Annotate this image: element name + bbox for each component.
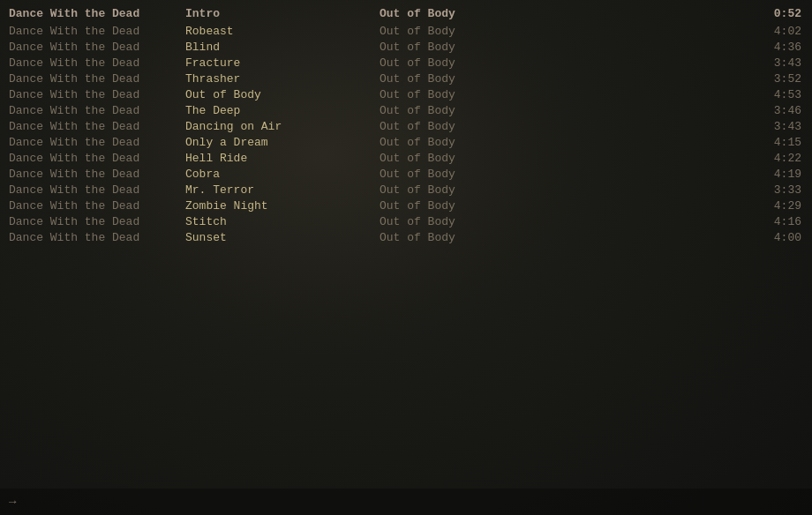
- track-duration: 4:02: [565, 25, 812, 38]
- track-duration: 4:36: [565, 41, 812, 54]
- table-row[interactable]: Dance With the DeadRobeastOut of Body4:0…: [0, 23, 812, 39]
- track-duration: 3:33: [565, 183, 812, 197]
- track-artist: Dance With the Dead: [0, 231, 177, 244]
- track-album: Out of Body: [371, 231, 565, 244]
- track-album: Out of Body: [371, 41, 565, 54]
- track-duration: 4:15: [565, 136, 812, 149]
- track-title: Mr. Terror: [177, 183, 371, 197]
- table-row[interactable]: Dance With the DeadThe DeepOut of Body3:…: [0, 102, 812, 118]
- table-row[interactable]: Dance With the DeadDancing on AirOut of …: [0, 118, 812, 134]
- track-album: Out of Body: [371, 183, 565, 197]
- track-title: Hell Ride: [177, 152, 371, 165]
- track-duration: 4:22: [565, 152, 812, 165]
- track-album: Out of Body: [371, 104, 565, 117]
- header-duration: 0:52: [565, 7, 812, 20]
- track-album: Out of Body: [371, 215, 565, 228]
- track-artist: Dance With the Dead: [0, 152, 177, 165]
- track-title: Zombie Night: [177, 199, 371, 213]
- table-row[interactable]: Dance With the DeadSunsetOut of Body4:00: [0, 229, 812, 245]
- track-title: Out of Body: [177, 88, 371, 101]
- bottom-bar: →: [0, 489, 812, 515]
- track-album: Out of Body: [371, 56, 565, 70]
- header-album: Out of Body: [371, 7, 565, 20]
- header-title: Intro: [177, 7, 371, 20]
- track-duration: 3:43: [565, 120, 812, 133]
- track-list: Dance With the Dead Intro Out of Body 0:…: [0, 0, 812, 250]
- track-title: Cobra: [177, 168, 371, 181]
- track-artist: Dance With the Dead: [0, 41, 177, 54]
- table-row[interactable]: Dance With the DeadBlindOut of Body4:36: [0, 39, 812, 55]
- track-duration: 4:53: [565, 88, 812, 101]
- table-row[interactable]: Dance With the DeadMr. TerrorOut of Body…: [0, 182, 812, 198]
- table-row[interactable]: Dance With the DeadThrasherOut of Body3:…: [0, 71, 812, 86]
- track-album: Out of Body: [371, 168, 565, 181]
- track-duration: 3:46: [565, 104, 812, 117]
- track-artist: Dance With the Dead: [0, 183, 177, 197]
- track-album: Out of Body: [371, 88, 565, 101]
- track-artist: Dance With the Dead: [0, 199, 177, 213]
- table-row[interactable]: Dance With the DeadOnly a DreamOut of Bo…: [0, 134, 812, 150]
- track-title: Blind: [177, 41, 371, 54]
- track-album: Out of Body: [371, 72, 565, 86]
- track-title: Stitch: [177, 215, 371, 228]
- track-artist: Dance With the Dead: [0, 25, 177, 38]
- table-row[interactable]: Dance With the DeadOut of BodyOut of Bod…: [0, 86, 812, 102]
- table-row[interactable]: Dance With the DeadStitchOut of Body4:16: [0, 213, 812, 229]
- track-artist: Dance With the Dead: [0, 72, 177, 86]
- track-title: Fracture: [177, 56, 371, 70]
- track-album: Out of Body: [371, 199, 565, 213]
- track-artist: Dance With the Dead: [0, 88, 177, 101]
- table-row[interactable]: Dance With the DeadZombie NightOut of Bo…: [0, 198, 812, 213]
- track-artist: Dance With the Dead: [0, 215, 177, 228]
- track-title: The Deep: [177, 104, 371, 117]
- track-duration: 3:52: [565, 72, 812, 86]
- track-title: Robeast: [177, 25, 371, 38]
- header-artist: Dance With the Dead: [0, 7, 177, 20]
- table-row[interactable]: Dance With the DeadFractureOut of Body3:…: [0, 55, 812, 71]
- track-artist: Dance With the Dead: [0, 104, 177, 117]
- track-list-header: Dance With the Dead Intro Out of Body 0:…: [0, 5, 812, 21]
- track-album: Out of Body: [371, 25, 565, 38]
- table-row[interactable]: Dance With the DeadCobraOut of Body4:19: [0, 166, 812, 182]
- track-artist: Dance With the Dead: [0, 168, 177, 181]
- track-duration: 4:19: [565, 168, 812, 181]
- track-artist: Dance With the Dead: [0, 56, 177, 70]
- track-title: Thrasher: [177, 72, 371, 86]
- table-row[interactable]: Dance With the DeadHell RideOut of Body4…: [0, 150, 812, 166]
- track-title: Sunset: [177, 231, 371, 244]
- track-title: Only a Dream: [177, 136, 371, 149]
- track-album: Out of Body: [371, 120, 565, 133]
- track-duration: 4:29: [565, 199, 812, 213]
- track-duration: 4:00: [565, 231, 812, 244]
- track-duration: 3:43: [565, 56, 812, 70]
- track-artist: Dance With the Dead: [0, 136, 177, 149]
- track-album: Out of Body: [371, 136, 565, 149]
- track-artist: Dance With the Dead: [0, 120, 177, 133]
- track-album: Out of Body: [371, 152, 565, 165]
- track-title: Dancing on Air: [177, 120, 371, 133]
- arrow-icon: →: [9, 495, 16, 509]
- track-duration: 4:16: [565, 215, 812, 228]
